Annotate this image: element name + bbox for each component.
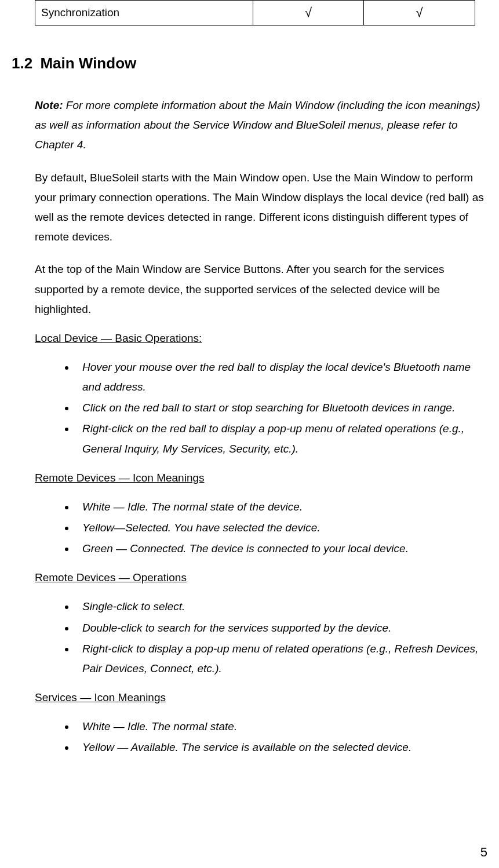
subhead-remote-ops: Remote Devices — Operations	[35, 571, 485, 584]
list-remote-ops: Single-click to select. Double-click to …	[75, 597, 485, 679]
list-item: Click on the red ball to start or stop s…	[75, 398, 485, 418]
subhead-local-device: Local Device — Basic Operations:	[35, 332, 485, 345]
section-heading: 1.2 Main Window	[12, 54, 487, 72]
partial-table: Synchronization √ √	[35, 0, 475, 25]
list-item: Yellow — Available. The service is avail…	[75, 738, 485, 757]
list-local-device: Hover your mouse over the red ball to di…	[75, 358, 485, 459]
body-body: Note: For more complete information abou…	[35, 96, 485, 758]
list-item: Double-click to search for the services …	[75, 618, 485, 638]
section-number: 1.2	[12, 54, 32, 72]
subhead-services-icon: Services — Icon Meanings	[35, 691, 485, 704]
list-remote-icon: White — Idle. The normal state of the de…	[75, 497, 485, 559]
para-default: By default, BlueSoleil starts with the M…	[35, 168, 485, 247]
note-text: For more complete information about the …	[35, 99, 480, 151]
list-item: Right-click to display a pop-up menu of …	[75, 639, 485, 679]
para-service-buttons: At the top of the Main Window are Servic…	[35, 260, 485, 319]
cell-label: Synchronization	[35, 1, 253, 25]
page-number: 5	[480, 845, 487, 860]
list-item: Right-click on the red ball to display a…	[75, 419, 485, 458]
subhead-remote-icon: Remote Devices — Icon Meanings	[35, 472, 485, 484]
cell-check-1: √	[253, 1, 364, 25]
note-label: Note:	[35, 99, 63, 111]
section-title: Main Window	[40, 54, 136, 72]
list-item: Single-click to select.	[75, 597, 485, 617]
list-item: Hover your mouse over the red ball to di…	[75, 358, 485, 397]
list-item: Yellow—Selected. You have selected the d…	[75, 518, 485, 538]
list-item: White — Idle. The normal state.	[75, 717, 485, 736]
table-row: Synchronization √ √	[35, 1, 475, 25]
list-services-icon: White — Idle. The normal state. Yellow —…	[75, 717, 485, 757]
note-paragraph: Note: For more complete information abou…	[35, 96, 485, 155]
list-item: Green — Connected. The device is connect…	[75, 539, 485, 559]
cell-check-2: √	[364, 1, 475, 25]
list-item: White — Idle. The normal state of the de…	[75, 497, 485, 517]
